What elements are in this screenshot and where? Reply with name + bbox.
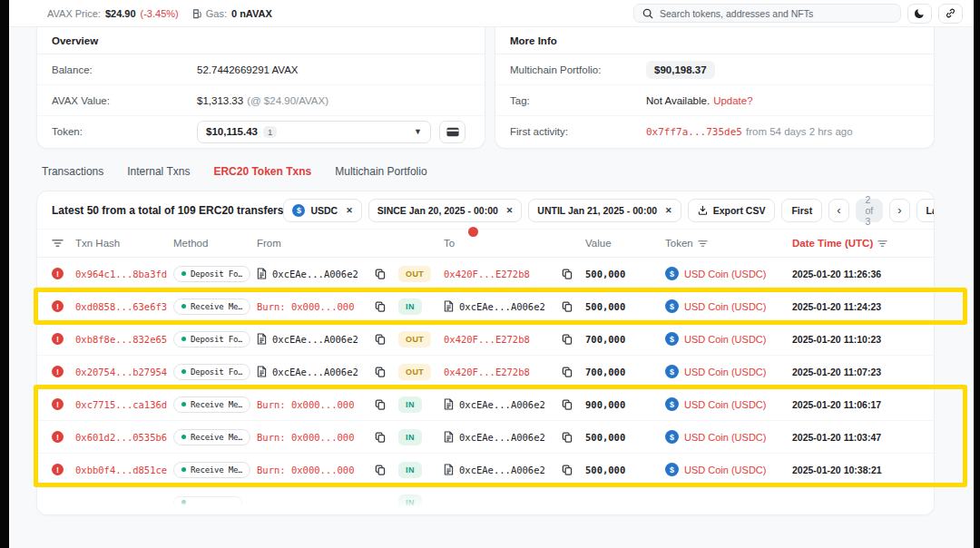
tag-update-link[interactable]: Update? bbox=[713, 95, 752, 106]
copy-from-address-icon[interactable] bbox=[375, 269, 386, 279]
to-address-link[interactable]: 0xcEAe...A006e2 bbox=[459, 301, 545, 312]
copy-to-address-icon[interactable] bbox=[562, 465, 573, 475]
table-row[interactable]: ! 0xbb0f4...d851ce Receive Me… Burn: 0x0… bbox=[37, 454, 934, 486]
token-link[interactable]: USD Coin (USDC) bbox=[684, 399, 766, 410]
txn-hash-link[interactable]: 0xd0858...63e6f3 bbox=[75, 301, 167, 312]
tab-erc20-token-txns[interactable]: ERC20 Token Txns bbox=[213, 165, 311, 178]
direction-badge: OUT bbox=[398, 266, 431, 282]
token-holdings-dropdown[interactable]: $10,115.43 1 ▼ bbox=[197, 121, 431, 143]
first-activity-hash-link[interactable]: 0x7ff7a...735de5 bbox=[646, 126, 742, 138]
method-pill[interactable]: Receive Me… bbox=[173, 396, 250, 413]
copy-from-address-icon[interactable] bbox=[375, 432, 386, 443]
to-address-link[interactable]: 0xcEAe...A006e2 bbox=[459, 465, 545, 475]
table-row[interactable]: ! 0xb8f8e...832e65 Deposit Fo… 0xcEAe...… bbox=[37, 323, 934, 356]
more-info-title: More Info bbox=[495, 27, 934, 54]
copy-to-address-icon[interactable] bbox=[562, 399, 573, 410]
copy-from-address-icon[interactable] bbox=[375, 301, 386, 312]
from-address-link[interactable]: 0xcEAe...A006e2 bbox=[272, 367, 358, 377]
copy-from-address-icon[interactable] bbox=[375, 465, 386, 475]
copy-to-address-icon[interactable] bbox=[562, 269, 573, 279]
copy-to-address-icon[interactable] bbox=[562, 367, 573, 377]
pagination-status: 2 of 3 bbox=[856, 199, 884, 222]
token-link[interactable]: USD Coin (USDC) bbox=[684, 367, 766, 377]
method-status-dot bbox=[181, 435, 186, 439]
filter-chip-usdc[interactable]: $ USDC ✕ bbox=[283, 199, 361, 222]
table-row-partial[interactable]: IN bbox=[37, 486, 934, 515]
copy-to-address-icon[interactable] bbox=[562, 301, 573, 312]
to-address-link[interactable]: 0xcEAe...A006e2 bbox=[459, 399, 545, 410]
search-input[interactable] bbox=[660, 8, 892, 19]
to-address-link[interactable]: 0x420F...E272b8 bbox=[444, 269, 530, 279]
table-row[interactable]: ! 0x20754...b27954 Deposit Fo… 0xcEAe...… bbox=[37, 356, 934, 388]
table-row[interactable]: ! 0xd0858...63e6f3 Receive Me… Burn: 0x0… bbox=[37, 290, 934, 323]
token-link[interactable]: USD Coin (USDC) bbox=[684, 334, 766, 345]
to-address-link[interactable]: 0xcEAe...A006e2 bbox=[459, 432, 545, 443]
overview-title: Overview bbox=[37, 27, 485, 54]
link-button[interactable] bbox=[938, 4, 963, 24]
token-link[interactable]: USD Coin (USDC) bbox=[684, 301, 766, 312]
txn-hash-link[interactable]: 0x601d2...0535b6 bbox=[75, 432, 167, 443]
to-address-link[interactable]: 0x420F...E272b8 bbox=[444, 367, 530, 377]
method-pill[interactable]: Receive Me… bbox=[173, 298, 250, 315]
header-token: Token bbox=[665, 238, 792, 249]
txn-hash-link[interactable]: 0xb8f8e...832e65 bbox=[75, 334, 167, 345]
from-address-link[interactable]: Burn: 0x000...000 bbox=[257, 399, 354, 410]
txn-hash-link[interactable]: 0xc7715...ca136d bbox=[75, 399, 167, 410]
method-pill[interactable] bbox=[173, 496, 242, 508]
wallet-button[interactable] bbox=[439, 121, 466, 143]
from-address-link[interactable]: Burn: 0x000...000 bbox=[257, 301, 354, 312]
copy-to-address-icon[interactable] bbox=[562, 432, 573, 443]
dark-mode-toggle[interactable] bbox=[907, 4, 932, 24]
to-address-link[interactable]: 0x420F...E272b8 bbox=[444, 334, 530, 345]
filter-chip-since[interactable]: SINCE Jan 20, 2025 - 00:00 ✕ bbox=[368, 199, 523, 222]
from-address-link[interactable]: 0xcEAe...A006e2 bbox=[272, 334, 358, 345]
pagination-last-button[interactable]: Last bbox=[916, 199, 935, 222]
token-link[interactable]: USD Coin (USDC) bbox=[684, 269, 766, 279]
column-settings-icon[interactable] bbox=[52, 239, 75, 248]
remove-until-filter-icon[interactable]: ✕ bbox=[665, 206, 672, 215]
pagination-first-button[interactable]: First bbox=[781, 199, 822, 222]
txn-hash-link[interactable]: 0xbb0f4...d851ce bbox=[75, 465, 167, 475]
method-pill[interactable]: Deposit Fo… bbox=[173, 331, 250, 347]
method-pill[interactable]: Deposit Fo… bbox=[173, 266, 250, 282]
txn-hash-link[interactable]: 0x964c1...8ba3fd bbox=[75, 269, 167, 279]
header-datetime[interactable]: Date Time (UTC) bbox=[792, 238, 919, 249]
copy-from-address-icon[interactable] bbox=[375, 399, 386, 410]
usdc-icon: $ bbox=[665, 365, 679, 378]
usdc-icon: $ bbox=[292, 204, 305, 217]
export-csv-button[interactable]: Export CSV bbox=[688, 199, 776, 222]
table-row[interactable]: ! 0x964c1...8ba3fd Deposit Fo… 0xcEAe...… bbox=[37, 258, 934, 290]
filter-chip-until[interactable]: UNTIL Jan 21, 2025 - 00:00 ✕ bbox=[528, 199, 681, 222]
transfer-datetime: 2025-01-20 10:38:21 bbox=[792, 465, 919, 475]
token-link[interactable]: USD Coin (USDC) bbox=[684, 432, 766, 443]
token-filter-icon[interactable] bbox=[698, 240, 708, 248]
screen-edge-right bbox=[974, 0, 980, 548]
table-row[interactable]: ! 0x601d2...0535b6 Receive Me… Burn: 0x0… bbox=[37, 421, 934, 454]
copy-from-address-icon[interactable] bbox=[375, 367, 386, 377]
method-pill[interactable]: Receive Me… bbox=[173, 429, 250, 445]
pagination-next-button[interactable]: › bbox=[889, 199, 909, 222]
method-pill[interactable]: Receive Me… bbox=[173, 462, 250, 478]
from-address-link[interactable]: Burn: 0x000...000 bbox=[257, 432, 354, 443]
pagination-prev-button[interactable]: ‹ bbox=[828, 199, 848, 222]
tab-internal-txns[interactable]: Internal Txns bbox=[127, 165, 190, 178]
balance-label: Balance: bbox=[52, 64, 197, 75]
tab-bar: Transactions Internal Txns ERC20 Token T… bbox=[42, 165, 427, 178]
txn-hash-link[interactable]: 0x20754...b27954 bbox=[75, 367, 167, 377]
method-pill[interactable]: Deposit Fo… bbox=[173, 364, 250, 380]
copy-from-address-icon[interactable] bbox=[375, 334, 386, 345]
copy-to-address-icon[interactable] bbox=[562, 334, 573, 345]
remove-usdc-filter-icon[interactable]: ✕ bbox=[346, 206, 353, 215]
contract-icon bbox=[444, 464, 454, 475]
tab-multichain-portfolio[interactable]: Multichain Portfolio bbox=[335, 165, 426, 178]
remove-since-filter-icon[interactable]: ✕ bbox=[506, 206, 514, 215]
tab-transactions[interactable]: Transactions bbox=[42, 165, 103, 178]
direction-badge: IN bbox=[398, 396, 422, 413]
search-box[interactable] bbox=[633, 4, 901, 23]
datetime-filter-icon[interactable] bbox=[877, 240, 887, 248]
token-link[interactable]: USD Coin (USDC) bbox=[684, 465, 766, 475]
from-address-link[interactable]: 0xcEAe...A006e2 bbox=[272, 269, 358, 279]
from-address-link[interactable]: Burn: 0x000...000 bbox=[257, 465, 354, 475]
direction-badge: IN bbox=[398, 462, 422, 478]
table-row[interactable]: ! 0xc7715...ca136d Receive Me… Burn: 0x0… bbox=[37, 388, 934, 421]
